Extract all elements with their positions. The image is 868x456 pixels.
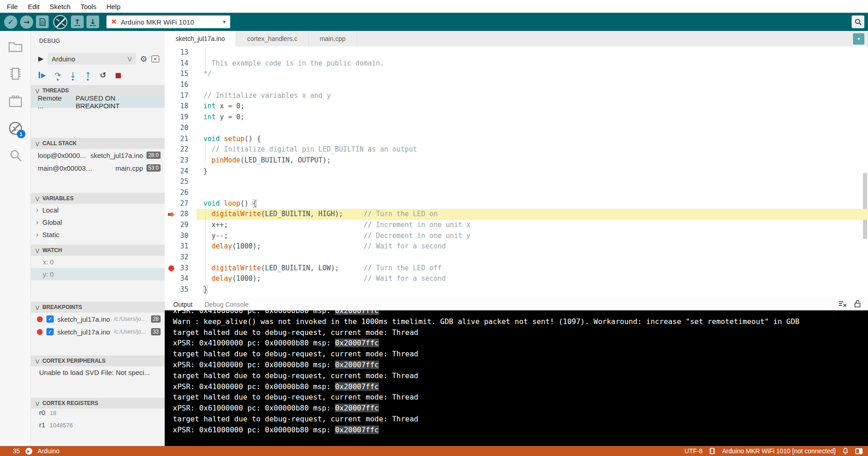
call-stack-frame[interactable]: loop@0x0000...sketch_jul17a.ino28:0 [31, 149, 165, 162]
sidebar-item-search[interactable] [7, 147, 24, 164]
status-board-label[interactable]: Arduino MKR WiFi 1010 [not connected] [722, 447, 836, 455]
code-line-35[interactable]: 35} [165, 284, 868, 295]
code-line-28[interactable]: 28 digitalWrite(LED_BUILTIN, HIGH); // T… [165, 209, 868, 220]
board-selector[interactable]: ✕ Arduino MKR WiFi 1010 ▾ [106, 15, 230, 28]
line-number[interactable]: 30 [165, 231, 197, 242]
step-over-button[interactable]: ↷ [55, 71, 61, 80]
line-number[interactable]: 34 [165, 274, 197, 284]
line-number[interactable]: 31 [165, 241, 197, 252]
thread-row[interactable]: Remote ... PAUSED ON BREAKPOINT [31, 96, 165, 108]
debug-disabled-button[interactable] [53, 15, 67, 29]
code-line-13[interactable]: 13 [165, 47, 868, 58]
code-line-16[interactable]: 16 [165, 80, 868, 91]
call-stack-frame[interactable]: main@0x000034a6main.cpp53:0 [31, 162, 165, 174]
tab-sketch_jul17a.ino[interactable]: sketch_jul17a.ino [165, 31, 236, 46]
code-line-33[interactable]: 33 digitalWrite(LED_BUILTIN, LOW); // Tu… [165, 263, 868, 274]
variables-group-static[interactable]: ›Static [31, 228, 165, 241]
debug-profile-select[interactable]: Arduino ⋁ [48, 53, 136, 65]
code-line-25[interactable]: 25 [165, 177, 868, 187]
variables-group-global[interactable]: ›Global [31, 216, 165, 228]
code-line-32[interactable]: 32 [165, 252, 868, 263]
toggle-panel-icon[interactable] [855, 448, 863, 454]
watch-item[interactable]: x: 0 [31, 256, 165, 268]
sidebar-item-debug[interactable]: 1 [7, 120, 24, 137]
debug-console-icon[interactable]: ▸ [151, 56, 159, 62]
breakpoint-checkbox[interactable]: ✓ [46, 328, 54, 335]
import-button[interactable]: ↓ [86, 15, 99, 28]
tab-main.cpp[interactable]: main.cpp [309, 31, 357, 46]
cortex-registers-section-header[interactable]: ⋁ CORTEX REGISTERS [31, 398, 165, 409]
code-line-15[interactable]: 15*/ [165, 69, 868, 80]
line-number[interactable]: 20 [165, 123, 197, 134]
status-encoding[interactable]: UTF-8 [685, 447, 703, 455]
sidebar-item-boards-manager[interactable] [7, 66, 24, 82]
breakpoints-section-header[interactable]: ⋁ BREAKPOINTS [31, 302, 165, 313]
code-line-18[interactable]: 18int x = 0; [165, 101, 868, 112]
code-line-23[interactable]: 23 pinMode(LED_BUILTIN, OUTPUT); [165, 155, 868, 166]
line-number[interactable]: 27 [165, 198, 197, 209]
menu-item-sketch[interactable]: Sketch [45, 3, 76, 10]
menu-item-edit[interactable]: Edit [23, 3, 45, 10]
code-line-19[interactable]: 19int y = 0; [165, 112, 868, 123]
watch-section-header[interactable]: ⋁ WATCH [31, 245, 165, 256]
step-into-button[interactable]: ↓ [70, 71, 76, 80]
code-line-27[interactable]: 27void loop() { [165, 198, 868, 209]
line-number[interactable]: 33 [165, 263, 197, 274]
code-line-34[interactable]: 34 delay(1000); // Wait for a second [165, 274, 868, 284]
line-number[interactable]: 28 [165, 209, 197, 220]
serial-monitor-button[interactable] [852, 15, 864, 28]
code-line-29[interactable]: 29 x++; // Increment in one unit x [165, 220, 868, 231]
code-line-20[interactable]: 20 [165, 123, 868, 134]
scroll-lock-icon[interactable] [854, 300, 861, 308]
bell-icon[interactable] [842, 447, 849, 455]
line-number[interactable]: 22 [165, 144, 197, 155]
line-number[interactable]: 29 [165, 220, 197, 231]
tab-list-dropdown-button[interactable]: ▾ [853, 33, 864, 45]
debug-button[interactable] [36, 15, 49, 28]
watch-item[interactable]: y: 0 [31, 268, 165, 280]
output-console[interactable]: xPSR: 0x41000000 pc: 0x00000b80 msp: 0x2… [165, 310, 868, 446]
line-number[interactable]: 15 [165, 69, 197, 80]
line-number[interactable]: 23 [165, 155, 197, 166]
line-number[interactable]: 35 [165, 284, 197, 295]
variables-section-header[interactable]: ⋁ VARIABLES [31, 193, 165, 204]
tab-output[interactable]: Output [173, 301, 192, 308]
menu-item-tools[interactable]: Tools [76, 3, 101, 10]
code-line-21[interactable]: 21void setup() { [165, 134, 868, 145]
line-number[interactable]: 18 [165, 101, 197, 112]
restart-button[interactable]: ↺ [100, 71, 106, 80]
code-line-26[interactable]: 26 [165, 187, 868, 198]
line-number[interactable]: 25 [165, 177, 197, 187]
stop-button[interactable]: ■ [115, 71, 121, 79]
line-number[interactable]: 32 [165, 252, 197, 263]
tab-cortex_handlers.c[interactable]: cortex_handlers.c [236, 31, 309, 46]
code-line-31[interactable]: 31 delay(1000); // Wait for a second [165, 241, 868, 252]
breakpoint-dot-icon[interactable] [168, 265, 174, 271]
cortex-peripherals-section-header[interactable]: ⋁ CORTEX PERIPHERALS [31, 355, 165, 366]
line-number[interactable]: 14 [165, 58, 197, 69]
sidebar-item-library-manager[interactable] [7, 93, 24, 109]
register-row[interactable]: r018 [31, 409, 165, 421]
sidebar-item-sketchbook[interactable] [7, 38, 24, 55]
menu-item-help[interactable]: Help [101, 3, 126, 10]
breakpoint-item[interactable]: ✓sketch_jul17a.ino/c:/Users/jo...28 [31, 313, 165, 325]
line-number[interactable]: 24 [165, 166, 197, 177]
play-circle-icon[interactable]: ▶ [25, 448, 32, 455]
gear-icon[interactable]: ⚙ [140, 54, 147, 64]
code-line-30[interactable]: 30 y--; // Decrement in one unit y [165, 231, 868, 242]
code-line-22[interactable]: 22 // Initialize digital pin LED_BUILTIN… [165, 144, 868, 155]
call-stack-section-header[interactable]: ⋁ CALL STACK [31, 138, 165, 149]
tab-debug-console[interactable]: Debug Console [205, 301, 249, 308]
step-out-button[interactable]: ↑ [85, 71, 91, 80]
verify-button[interactable]: ✓ [4, 15, 17, 29]
start-debug-button[interactable]: ▶ [38, 55, 44, 63]
breakpoint-item[interactable]: ✓sketch_jul17a.ino/c:/Users/jo...33 [31, 325, 165, 338]
code-editor[interactable]: 1314 This example code is in the public … [165, 46, 868, 298]
clear-output-icon[interactable] [838, 300, 847, 308]
line-number[interactable]: 16 [165, 80, 197, 91]
breakpoint-checkbox[interactable]: ✓ [46, 315, 54, 323]
upload-button[interactable]: → [20, 15, 33, 29]
continue-button[interactable]: ▶ [39, 72, 46, 78]
register-row[interactable]: r11048576 [31, 421, 165, 433]
code-line-14[interactable]: 14 This example code is in the public do… [165, 58, 868, 69]
